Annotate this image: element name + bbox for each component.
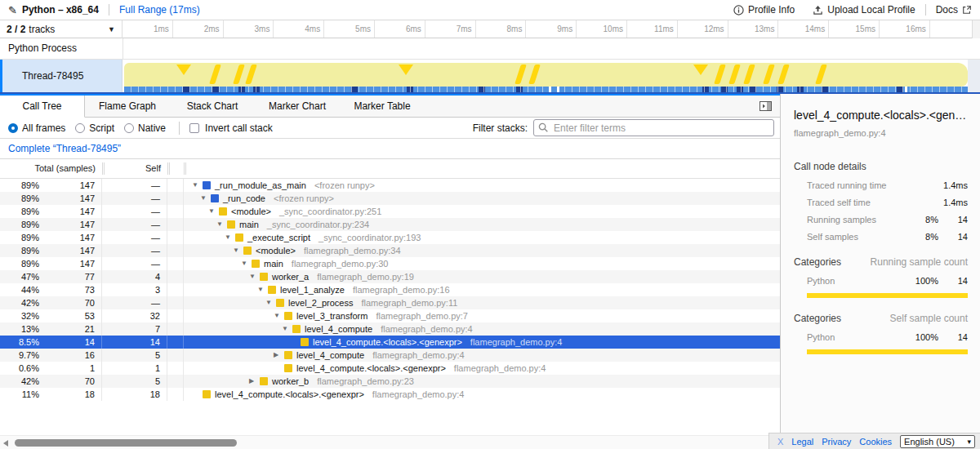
table-row[interactable]: 9.7%165▶level_4_computeflamegraph_demo.p… (0, 349, 780, 362)
native-radio[interactable] (124, 123, 134, 133)
collapse-icon[interactable]: ▼ (282, 322, 292, 336)
marker-icon[interactable] (815, 64, 827, 84)
footer-link-x[interactable]: X (777, 437, 783, 447)
table-row[interactable]: 89%147—▼_run_module_as_main<frozen runpy… (0, 179, 780, 192)
upload-profile-button[interactable]: Upload Local Profile (813, 4, 915, 16)
detail-row: Traced running time 1.4ms (794, 180, 968, 190)
collapse-icon[interactable]: ▼ (208, 205, 219, 218)
collapse-icon[interactable]: ▼ (192, 179, 203, 192)
marker-icon[interactable] (245, 64, 257, 84)
marker-icon[interactable] (514, 64, 527, 84)
table-row[interactable]: 89%147—▼<module>_sync_coordinator.py:251 (0, 205, 780, 218)
samples-strip[interactable] (124, 87, 968, 92)
pencil-icon[interactable]: ✎ (8, 4, 17, 16)
collapse-icon[interactable]: ▼ (233, 244, 243, 257)
collapse-icon[interactable]: ▼ (241, 257, 252, 270)
footer-link-cookies[interactable]: Cookies (859, 437, 892, 447)
category-square (243, 247, 252, 255)
docs-link[interactable]: Docs (936, 4, 972, 16)
table-row[interactable]: 89%147—▼mainflamegraph_demo.py:30 (0, 257, 780, 270)
tab-flame-graph[interactable]: Flame Graph (85, 96, 170, 117)
invert-call-stack-checkbox[interactable] (189, 123, 199, 133)
all-frames-radio[interactable] (8, 123, 18, 133)
marker-icon[interactable] (693, 64, 708, 75)
column-self[interactable]: Self (102, 159, 161, 178)
category-square (203, 390, 211, 398)
collapse-icon[interactable]: ▼ (274, 309, 284, 322)
detail-row: Self samples 8% 14 (794, 232, 968, 242)
activity-band[interactable] (124, 63, 968, 87)
table-row[interactable]: 8.5%1414level_4_compute.<locals>.<genexp… (0, 336, 780, 349)
profile-name[interactable]: Python – x86_64 (22, 4, 99, 16)
marker-icon[interactable] (528, 64, 541, 84)
function-name: level_2_process (288, 296, 354, 309)
tracks-dropdown[interactable]: 2 / 2 tracks ▼ (0, 20, 122, 38)
thread-track-label[interactable]: Thread-78495 (0, 60, 122, 92)
marker-icon[interactable] (399, 64, 413, 75)
profile-info-button[interactable]: Profile Info (733, 4, 795, 16)
table-row[interactable]: 0.6%11level_4_compute.<locals>.<genexpr>… (0, 362, 780, 375)
tab-marker-table[interactable]: Marker Table (340, 96, 425, 117)
expand-icon[interactable]: ▶ (249, 375, 260, 388)
category-square (235, 233, 243, 242)
timeline-ruler[interactable]: 2 / 2 tracks ▼ 1ms2ms3ms4ms5ms6ms7ms8ms9… (0, 20, 980, 38)
function-origin: <frozen runpy> (274, 192, 334, 205)
info-icon (733, 5, 744, 16)
tab-call-tree[interactable]: Call Tree (0, 96, 85, 118)
function-origin: flamegraph_demo.py:7 (376, 309, 468, 322)
collapse-icon[interactable]: ▼ (249, 270, 260, 283)
sidebar-function-origin: flamegraph_demo.py:4 (794, 128, 968, 138)
table-row[interactable]: 11%1818level_4_compute.<locals>.<genexpr… (0, 388, 780, 401)
function-name: <module> (231, 205, 271, 218)
collapse-icon[interactable]: ▼ (225, 231, 235, 244)
footer-link-privacy[interactable]: Privacy (822, 437, 851, 447)
marker-icon[interactable] (176, 64, 191, 75)
collapse-icon[interactable]: ▼ (257, 283, 268, 296)
table-row[interactable]: 42%705▶worker_bflamegraph_demo.py:23 (0, 375, 780, 388)
table-row[interactable]: 44%733▼level_1_analyzeflamegraph_demo.py… (0, 283, 780, 296)
horizontal-scrollbar[interactable] (0, 435, 780, 449)
function-origin: flamegraph_demo.py:23 (317, 375, 414, 388)
column-total[interactable]: Total (samples) (0, 159, 96, 178)
marker-icon[interactable] (743, 64, 755, 84)
marker-icon[interactable] (233, 64, 245, 84)
thread-track-graph[interactable] (122, 60, 980, 92)
filter-stacks-input[interactable] (533, 119, 774, 136)
tab-marker-chart[interactable]: Marker Chart (255, 96, 340, 117)
top-header: ✎ Python – x86_64 Full Range (17ms) Prof… (0, 0, 980, 20)
scroll-left-arrow-icon[interactable] (3, 440, 8, 447)
table-row[interactable]: 89%147—▼_execute_script_sync_coordinator… (0, 231, 780, 244)
category-bar (807, 349, 968, 354)
sidebar-toggle-button[interactable] (760, 101, 772, 111)
divider (109, 4, 109, 16)
collapse-icon[interactable]: ▼ (200, 192, 211, 205)
collapse-icon[interactable]: ▼ (216, 218, 227, 231)
marker-icon[interactable] (777, 64, 790, 84)
marker-icon[interactable] (209, 64, 221, 84)
table-row[interactable]: 32%5332▼level_3_transformflamegraph_demo… (0, 309, 780, 322)
function-name: _run_code (223, 192, 265, 205)
scrollbar-thumb[interactable] (15, 439, 237, 447)
category-square (211, 194, 219, 202)
table-row[interactable]: 89%147—▼_run_code<frozen runpy> (0, 192, 780, 205)
marker-icon[interactable] (728, 64, 741, 84)
table-row[interactable]: 47%774▼worker_aflamegraph_demo.py:19 (0, 270, 780, 283)
full-range-link[interactable]: Full Range (17ms) (119, 4, 200, 16)
footer-link-legal[interactable]: Legal (791, 437, 813, 447)
collapse-icon[interactable]: ▼ (265, 296, 276, 309)
upload-icon (813, 5, 823, 16)
table-row[interactable]: 89%147—▼<module>flamegraph_demo.py:34 (0, 244, 780, 257)
marker-icon[interactable] (763, 64, 775, 84)
breadcrumb-root[interactable]: Complete “Thread-78495” (8, 143, 121, 154)
table-row[interactable]: 13%217▼level_4_computeflamegraph_demo.py… (0, 322, 780, 336)
script-radio[interactable] (75, 123, 85, 133)
language-select[interactable]: English (US) ▾ (900, 435, 975, 448)
table-row[interactable]: 42%70—▼level_2_processflamegraph_demo.py… (0, 296, 780, 309)
marker-icon[interactable] (714, 64, 726, 84)
filter-stacks-label: Filter stacks: (473, 122, 528, 134)
table-row[interactable]: 89%147—▼main_sync_coordinator.py:234 (0, 218, 780, 231)
after-range-shade (968, 60, 980, 92)
process-track-header[interactable]: Python Process (0, 38, 980, 60)
expand-icon[interactable]: ▶ (274, 349, 284, 362)
tab-stack-chart[interactable]: Stack Chart (170, 96, 255, 117)
